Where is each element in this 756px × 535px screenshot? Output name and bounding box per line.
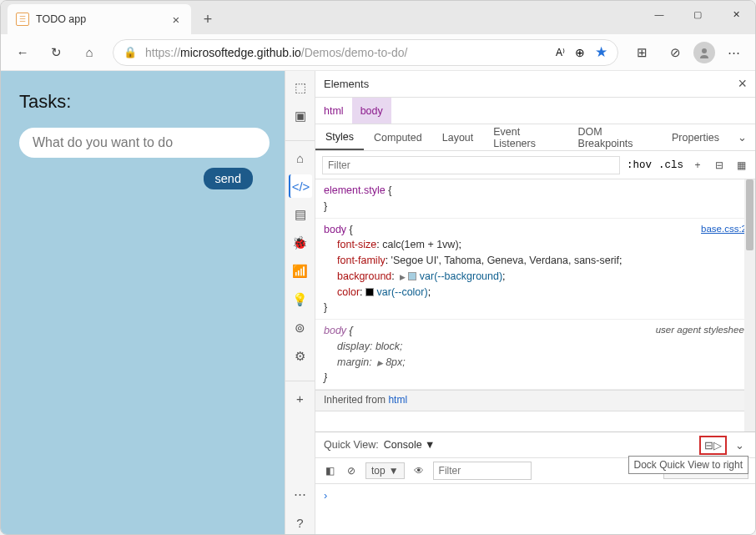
elements-icon[interactable]: </> — [289, 174, 312, 198]
refresh-button[interactable]: ↻ — [41, 38, 71, 68]
sources-icon[interactable]: 🐞 — [289, 231, 312, 255]
inherited-section: Inherited from html — [315, 390, 755, 411]
webpage: Tasks: send — [1, 71, 285, 534]
collections-icon[interactable]: ⊞ — [627, 38, 657, 68]
cls-toggle[interactable]: .cls — [658, 159, 683, 171]
url-text: https://microsoftedge.github.io/Demos/de… — [145, 46, 407, 59]
source-link[interactable]: base.css:2 — [701, 224, 747, 234]
dock-right-button[interactable]: ⊟▷ — [699, 436, 727, 455]
console-filter-input[interactable] — [433, 462, 532, 480]
close-tab-icon[interactable]: × — [169, 13, 183, 26]
console-prompt: › — [324, 489, 327, 502]
dom-breadcrumb: html body — [315, 98, 755, 124]
more-icon[interactable]: ⋯ — [718, 38, 748, 68]
quick-view: Quick View: Console ▼ ⊟▷ ⌄ Dock Quick Vi… — [315, 432, 755, 534]
inspect-icon[interactable]: ⬚ — [289, 76, 312, 99]
tab-dom-breakpoints[interactable]: DOM Breakpoints — [568, 124, 662, 150]
performance-icon[interactable]: ⊘ — [660, 38, 690, 68]
styles-filter-input[interactable] — [322, 156, 620, 174]
console-icon[interactable]: ▤ — [289, 203, 312, 226]
tab-computed[interactable]: Computed — [364, 124, 432, 150]
styles-pane[interactable]: element.style { } base.css:2 body { font… — [315, 179, 755, 432]
favorite-icon[interactable]: ★ — [595, 43, 607, 61]
chevron-down-icon[interactable]: ⌄ — [732, 437, 747, 452]
flex-icon[interactable]: ⊟ — [712, 158, 727, 173]
quickview-label: Quick View: — [324, 439, 379, 451]
panel-title: Elements — [324, 78, 369, 90]
page-title: Tasks: — [19, 91, 266, 113]
new-rule-icon[interactable]: + — [690, 158, 705, 173]
minimize-icon[interactable]: — — [640, 1, 678, 28]
devtools-header: Elements × — [315, 71, 755, 98]
network-icon[interactable]: 📶 — [289, 260, 312, 283]
welcome-icon[interactable]: ⌂ — [289, 146, 312, 169]
devtools-close-icon[interactable]: × — [738, 75, 747, 93]
scrollbar[interactable] — [744, 179, 755, 432]
tooltip: Dock Quick View to right — [628, 456, 749, 474]
new-tab-button[interactable]: + — [194, 6, 221, 33]
send-button[interactable]: send — [204, 168, 253, 189]
task-input[interactable] — [19, 128, 270, 158]
device-icon[interactable]: ▣ — [289, 104, 312, 128]
performance-tool-icon[interactable]: 💡 — [289, 288, 312, 311]
sidebar-toggle-icon[interactable]: ◧ — [322, 463, 337, 478]
help-icon[interactable]: ? — [289, 511, 312, 534]
styles-tabs: Styles Computed Layout Event Listeners D… — [315, 124, 755, 151]
profile-icon[interactable] — [693, 42, 715, 63]
hov-toggle[interactable]: :hov — [627, 159, 652, 171]
live-expression-icon[interactable]: 👁 — [411, 463, 426, 478]
lock-icon: 🔒 — [123, 46, 137, 58]
tab-event-listeners[interactable]: Event Listeners — [483, 124, 567, 150]
home-button[interactable]: ⌂ — [74, 38, 104, 68]
close-window-icon[interactable]: ✕ — [717, 1, 755, 28]
browser-titlebar: ☰ TODO app × + — ▢ ✕ — [1, 1, 755, 34]
svg-point-0 — [702, 48, 707, 53]
quickview-drawer[interactable]: Console ▼ — [384, 439, 436, 451]
address-bar[interactable]: 🔒 https://microsoftedge.github.io/Demos/… — [113, 39, 618, 66]
devtools-sidebar: ⬚ ▣ ⌂ </> ▤ 🐞 📶 💡 ⊚ ⚙ + ⋯ ? — [285, 71, 315, 534]
more-tools-icon[interactable]: ⋯ — [289, 482, 312, 506]
read-aloud-icon[interactable]: A⁾ — [556, 47, 565, 58]
breadcrumb-html[interactable]: html — [315, 98, 352, 124]
chevron-down-icon[interactable]: ⌄ — [729, 131, 755, 144]
browser-tab[interactable]: ☰ TODO app × — [8, 4, 191, 34]
console-body[interactable]: › — [315, 484, 755, 534]
application-icon[interactable]: ⚙ — [289, 345, 312, 368]
maximize-icon[interactable]: ▢ — [678, 1, 717, 28]
back-button[interactable]: ← — [8, 38, 38, 68]
browser-toolbar: ← ↻ ⌂ 🔒 https://microsoftedge.github.io/… — [1, 34, 755, 71]
breadcrumb-body[interactable]: body — [352, 98, 391, 124]
favicon-icon: ☰ — [16, 13, 29, 26]
add-tool-icon[interactable]: + — [289, 386, 312, 410]
memory-icon[interactable]: ⊚ — [289, 316, 312, 340]
context-selector[interactable]: top ▼ — [365, 462, 405, 479]
window-controls: — ▢ ✕ — [640, 1, 755, 28]
grid-icon[interactable]: ▦ — [733, 158, 748, 173]
tab-styles[interactable]: Styles — [315, 124, 364, 150]
tab-layout[interactable]: Layout — [432, 124, 484, 150]
zoom-icon[interactable]: ⊕ — [575, 46, 585, 59]
devtools: ⬚ ▣ ⌂ </> ▤ 🐞 📶 💡 ⊚ ⚙ + ⋯ ? Elements × h… — [285, 71, 755, 534]
clear-console-icon[interactable]: ⊘ — [344, 463, 359, 478]
tab-properties[interactable]: Properties — [662, 124, 729, 150]
tab-title: TODO app — [36, 13, 169, 25]
